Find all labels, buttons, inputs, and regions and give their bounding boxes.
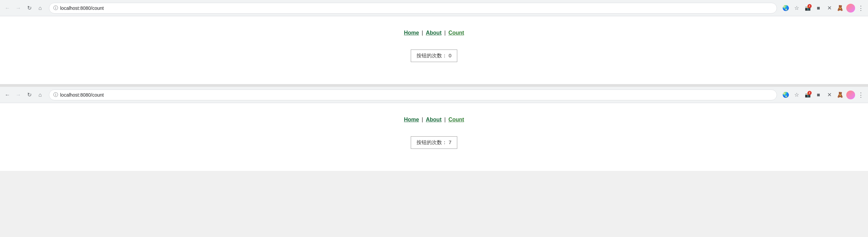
counter-value-2: 7: [448, 139, 451, 145]
toolbar-right-1: 🌏 ☆ 📸 2 ■ ✕ 🧸 ⋮: [781, 3, 865, 13]
forward-button-2[interactable]: →: [14, 90, 23, 100]
extension-grey-button-1[interactable]: ■: [814, 3, 823, 13]
back-button-2[interactable]: ←: [3, 90, 12, 100]
extension-x-button-2[interactable]: ✕: [825, 90, 834, 100]
about-link-1[interactable]: About: [426, 30, 442, 36]
window-separator: [0, 84, 868, 87]
extensions-button-1[interactable]: 🧸: [835, 3, 845, 13]
url-text-2: localhost:8080/count: [60, 92, 104, 98]
about-link-2[interactable]: About: [426, 117, 442, 123]
menu-dots-2[interactable]: ⋮: [856, 90, 865, 100]
toolbar-right-2: 🌏 ☆ 📸 2 ■ ✕ 🧸 ⋮: [781, 90, 865, 100]
extension-camera-button-1[interactable]: 📸 2: [803, 3, 812, 13]
badge-1: 2: [808, 4, 812, 8]
reload-button-2[interactable]: ↻: [24, 90, 34, 100]
extension-x-button-1[interactable]: ✕: [825, 3, 834, 13]
counter-box-2: 按钮的次数： 7: [411, 136, 457, 149]
toolbar-2: ← → ↻ ⌂ ⓘ localhost:8080/count 🌏 ☆ 📸 2 ■…: [0, 87, 868, 103]
separator-1b: |: [444, 30, 446, 36]
avatar-2[interactable]: [846, 91, 855, 99]
back-button-1[interactable]: ←: [3, 3, 12, 13]
toolbar-1: ← → ↻ ⌂ ⓘ localhost:8080/count 🌏 ☆ 📸 2 ■…: [0, 0, 868, 16]
bookmark-button-2[interactable]: ☆: [792, 90, 801, 100]
address-bar-1[interactable]: ⓘ localhost:8080/count: [49, 3, 777, 14]
home-button-1[interactable]: ⌂: [35, 3, 45, 13]
menu-dots-1[interactable]: ⋮: [856, 3, 865, 13]
translate-button-1[interactable]: 🌏: [781, 3, 791, 13]
reload-button-1[interactable]: ↻: [24, 3, 34, 13]
separator-2a: |: [422, 117, 423, 123]
counter-label-2: 按钮的次数：: [417, 139, 447, 145]
browser-window-2: ← → ↻ ⌂ ⓘ localhost:8080/count 🌏 ☆ 📸 2 ■…: [0, 87, 868, 171]
count-link-2[interactable]: Count: [448, 117, 464, 123]
home-button-2[interactable]: ⌂: [35, 90, 45, 100]
home-link-1[interactable]: Home: [404, 30, 419, 36]
extension-grey-button-2[interactable]: ■: [814, 90, 823, 100]
counter-box-1: 按钮的次数： 0: [411, 50, 457, 62]
address-bar-2[interactable]: ⓘ localhost:8080/count: [49, 90, 777, 100]
avatar-1[interactable]: [846, 4, 855, 13]
separator-2b: |: [444, 117, 446, 123]
info-icon-2: ⓘ: [53, 92, 58, 98]
translate-button-2[interactable]: 🌏: [781, 90, 791, 100]
info-icon-1: ⓘ: [53, 5, 58, 11]
separator-1a: |: [422, 30, 423, 36]
extensions-button-2[interactable]: 🧸: [835, 90, 845, 100]
forward-button-1[interactable]: →: [14, 3, 23, 13]
page-content-1: Home | About | Count 按钮的次数： 0: [0, 16, 868, 84]
page-content-2: Home | About | Count 按钮的次数： 7: [0, 103, 868, 171]
badge-2: 2: [808, 91, 812, 95]
counter-label-1: 按钮的次数：: [417, 53, 447, 58]
bookmark-button-1[interactable]: ☆: [792, 3, 801, 13]
count-link-1[interactable]: Count: [448, 30, 464, 36]
home-link-2[interactable]: Home: [404, 117, 419, 123]
nav-links-1: Home | About | Count: [404, 30, 464, 36]
browser-window-1: ← → ↻ ⌂ ⓘ localhost:8080/count 🌏 ☆ 📸 2 ■…: [0, 0, 868, 84]
nav-links-2: Home | About | Count: [404, 117, 464, 123]
counter-value-1: 0: [448, 53, 451, 58]
url-text-1: localhost:8080/count: [60, 5, 104, 11]
extension-camera-button-2[interactable]: 📸 2: [803, 90, 812, 100]
